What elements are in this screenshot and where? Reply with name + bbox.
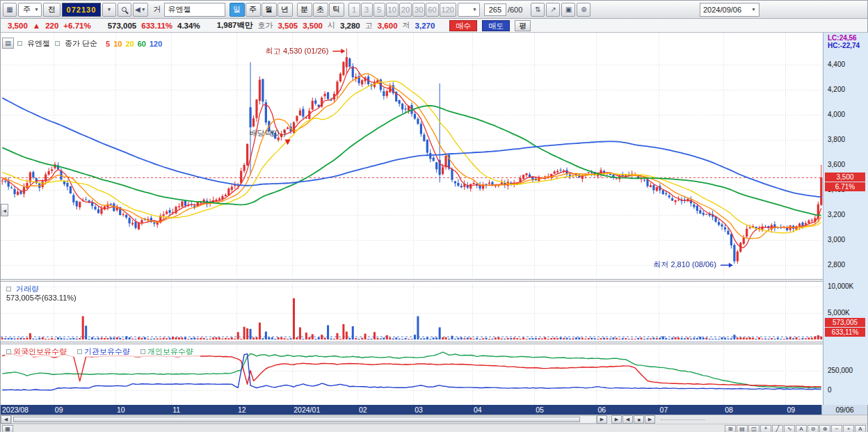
price-legend: 유엔젤 종가 단순 5102060120 [16, 38, 163, 49]
chart-area-icon[interactable]: ▦ [2, 425, 13, 432]
speaker-glyph: ◀ [135, 6, 140, 13]
chart-window-icon[interactable]: ▦ [3, 3, 17, 17]
period-type-combo[interactable]: 주 ▼ [18, 3, 42, 17]
settings-gear-icon[interactable]: ⊛ [577, 3, 590, 17]
change-pct-badge: 6.71% [825, 182, 865, 191]
interval-1[interactable]: 1 [348, 3, 360, 17]
volume-value: 573,005 [108, 22, 137, 30]
chevron-down-icon: ▼ [141, 7, 146, 12]
playback-play-icon[interactable]: ▶ [611, 415, 622, 424]
price-tick-label: 4,200 [828, 86, 845, 93]
interval-120[interactable]: 120 [440, 3, 456, 17]
chart-scrollbar[interactable] [11, 415, 597, 424]
period-tabs: 일주월년 [230, 3, 293, 17]
holdings-legend: 외국인보유수량기관보유수량개인보유수량 [5, 346, 200, 357]
holdings-tick-label: 0 [828, 386, 832, 394]
prev-stock-button[interactable]: 전 [43, 3, 61, 17]
auto-scale-icon[interactable]: A [855, 425, 866, 432]
month-label: 09 [55, 406, 63, 414]
capture-icon[interactable]: ▣ [561, 3, 575, 17]
zoom-in-icon[interactable]: ⊕ [819, 425, 830, 432]
collapse-left-icon[interactable]: ◀ [1, 204, 8, 216]
chart-style-icon[interactable]: ◫ [748, 425, 760, 432]
tab-분[interactable]: 분 [297, 3, 312, 17]
tab-틱[interactable]: 틱 [329, 3, 344, 17]
current-price-badge: 3,500 [825, 173, 865, 182]
legend-chip [77, 349, 82, 354]
turnover-rate: 4.34% [177, 22, 200, 30]
candle-style-icon[interactable]: ▤ [737, 425, 748, 432]
current-date-label: 09/06 [821, 405, 867, 415]
tab-년[interactable]: 년 [278, 3, 293, 17]
playback-stop-icon[interactable]: ■ [634, 415, 644, 424]
sell-button[interactable]: 매도 [482, 20, 510, 31]
alert-sound-icon[interactable]: ◀ ▼ [133, 3, 148, 17]
date-input[interactable]: 2024/09/06 ▼ [700, 3, 760, 17]
low-label: 저 [403, 20, 410, 31]
chevron-down-icon: ▼ [34, 7, 39, 12]
scroll-left-icon[interactable]: ◀ [1, 415, 11, 424]
stock-code-input[interactable]: 072130 [62, 3, 101, 17]
interval-3[interactable]: 3 [361, 3, 373, 17]
legend-chip [6, 287, 11, 291]
search-icon[interactable] [118, 3, 131, 17]
interval-5[interactable]: 5 [373, 3, 385, 17]
expand-icon[interactable]: + [843, 425, 854, 432]
holdings-legend-item: 외국인보유수량 [6, 346, 67, 357]
shrink-icon[interactable]: − [831, 425, 842, 432]
chevron-down-icon: ▼ [106, 7, 111, 12]
tab-일[interactable]: 일 [230, 3, 245, 17]
grid-tool-icon[interactable]: ⊞ [725, 425, 736, 432]
compare-icon[interactable]: ⇅ [531, 3, 545, 17]
date-axis-months[interactable]: 2023/08091011122024/010203040506070809 [1, 405, 821, 415]
trendline-tool-icon[interactable]: ╱ [772, 425, 783, 432]
interval-combo[interactable]: ▼ [458, 3, 480, 17]
price-tick-label: 2,800 [828, 261, 845, 269]
ma-period-20: 20 [125, 40, 134, 48]
month-label: 05 [536, 406, 544, 414]
bid-price: 3,500 [303, 22, 323, 30]
holdings-legend-label: 외국인보유수량 [13, 346, 67, 357]
volume-tick-label: 10,000K [828, 282, 853, 290]
interval-10[interactable]: 10 [386, 3, 399, 17]
price-axis[interactable]: LC:24,56HC:-22,744,4004,2004,0003,8003,6… [823, 33, 868, 405]
playback-step-icon[interactable]: ▶ [645, 415, 655, 424]
month-label: 12 [238, 406, 246, 414]
bar-count-input[interactable]: 265 [484, 3, 506, 16]
month-label: 06 [597, 406, 606, 414]
top-toolbar: ▦ 주 ▼ 전 072130 ▼ ◀ ▼ 거 유엔젤 일주월년 분초틱 1351… [1, 1, 867, 19]
crosshair-tool-icon[interactable]: ⌖ [760, 425, 771, 432]
interval-20[interactable]: 20 [399, 3, 412, 17]
indicator-icon[interactable]: ↗ [546, 3, 560, 17]
code-dropdown-icon[interactable]: ▼ [102, 3, 116, 17]
window-glyph: ▦ [6, 6, 13, 13]
text-tool-icon[interactable]: A [796, 425, 807, 432]
price-change-pct: +6.71% [63, 22, 90, 30]
month-label: 03 [415, 406, 423, 414]
month-label: 04 [474, 406, 482, 414]
bottom-tools: ⊞▤◫⌖╱∿A⊖⊕−+A [725, 425, 866, 432]
stock-name-input[interactable]: 유엔젤 [164, 3, 225, 17]
scrollbar-thumb[interactable] [13, 417, 580, 422]
scroll-right-icon[interactable]: ▶ [597, 415, 607, 424]
playback-rewind-icon[interactable]: ◀ [622, 415, 633, 424]
interval-30[interactable]: 30 [412, 3, 425, 17]
month-label: 2024/01 [294, 406, 320, 414]
holdings-tick-label: 250,000 [828, 367, 853, 374]
interval-60[interactable]: 60 [426, 3, 438, 17]
playback-buttons: ▶◀■▶ [611, 415, 655, 424]
price-tick-label: 3,000 [828, 236, 845, 243]
current-volume-badge: 573,005 [825, 318, 865, 327]
buy-button[interactable]: 매수 [449, 20, 477, 31]
trade-value: 1,987백만 [217, 20, 253, 31]
eval-button[interactable]: 평 [515, 20, 531, 31]
zoom-out-icon[interactable]: ⊖ [807, 425, 819, 432]
date-axis: 2023/08091011122024/010203040506070809 0… [1, 405, 867, 415]
month-label: 11 [172, 406, 180, 414]
tab-초[interactable]: 초 [313, 3, 328, 17]
tab-주[interactable]: 주 [246, 3, 261, 17]
tab-월[interactable]: 월 [262, 3, 277, 17]
open-price: 3,280 [340, 22, 360, 30]
chart-settings-icon[interactable]: ▤ [2, 38, 14, 49]
wave-tool-icon[interactable]: ∿ [784, 425, 795, 432]
